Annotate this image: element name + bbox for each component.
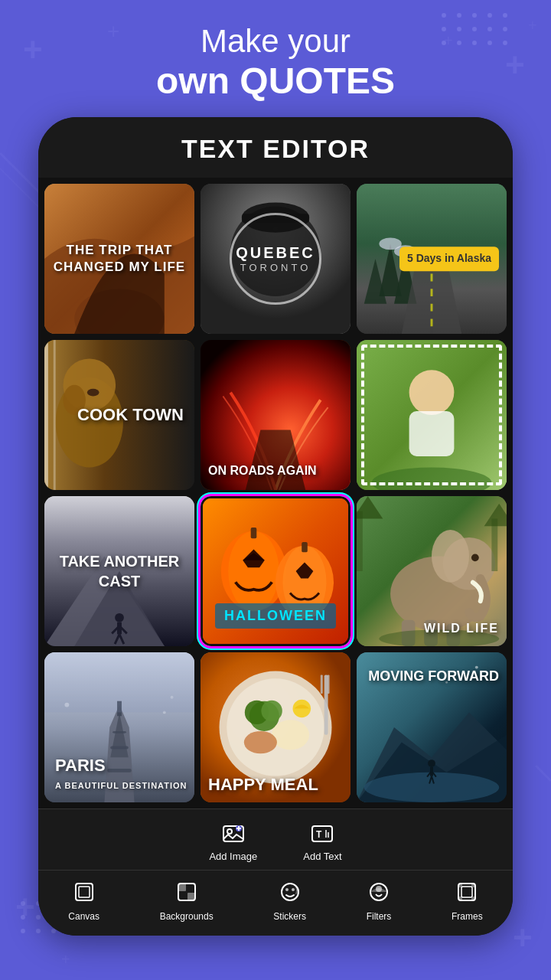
toolbar-backgrounds[interactable]: Backgrounds — [160, 881, 214, 922]
canvas-icon — [73, 881, 95, 908]
svg-rect-98 — [112, 731, 126, 733]
card-meal[interactable]: HAPPY MEAL — [201, 652, 350, 802]
canvas-label: Canvas — [68, 911, 99, 922]
phone-container: TEXT EDITOR THE TRIP THAT CH — [38, 117, 513, 936]
svg-rect-90 — [491, 518, 497, 571]
add-text-icon: T — [308, 820, 336, 848]
svg-rect-152 — [471, 897, 475, 900]
card-child[interactable] — [357, 340, 507, 490]
paris-sub-label: A BEAUTIFUL DESTINATION — [55, 781, 187, 790]
editor-header: TEXT EDITOR — [38, 117, 513, 178]
cards-grid: THE TRIP THAT CHANGED MY LIFE QUEBEC — [38, 178, 513, 808]
toolbar-canvas[interactable]: Canvas — [68, 881, 99, 922]
toolbar-frames[interactable]: Frames — [452, 881, 483, 922]
svg-point-27 — [36, 915, 41, 920]
svg-point-142 — [282, 884, 298, 900]
svg-rect-138 — [79, 887, 90, 897]
svg-rect-97 — [110, 746, 129, 750]
svg-point-143 — [285, 888, 289, 891]
trip-label: THE TRIP THAT CHANGED MY LIFE — [51, 242, 188, 276]
header-line2: own QUOTES — [0, 60, 551, 102]
svg-point-26 — [21, 915, 25, 920]
svg-point-63 — [115, 613, 124, 622]
toolbar-stickers[interactable]: Stickers — [273, 881, 306, 922]
svg-point-23 — [21, 901, 25, 906]
svg-text:T: T — [316, 829, 322, 840]
svg-point-129 — [227, 829, 232, 834]
header: Make your own QUOTES — [0, 0, 551, 117]
backgrounds-icon — [176, 881, 197, 908]
svg-rect-141 — [187, 893, 195, 900]
toronto-label: TORONTO — [240, 262, 311, 273]
add-text-button[interactable]: T Add Text — [303, 820, 341, 862]
cast-label: TAKE ANOTHER CAST — [44, 551, 194, 591]
svg-rect-53 — [44, 340, 48, 490]
header-line1: Make your — [0, 23, 551, 60]
svg-point-71 — [228, 531, 279, 612]
svg-point-30 — [36, 929, 41, 933]
filters-label: Filters — [367, 911, 392, 922]
card-cast[interactable]: TAKE ANOTHER CAST — [44, 496, 194, 646]
paris-label: PARIS — [55, 756, 106, 776]
add-image-label: Add Image — [209, 851, 257, 862]
card-trip-text: THE TRIP THAT CHANGED MY LIFE — [44, 184, 194, 334]
svg-point-83 — [471, 554, 479, 561]
svg-rect-148 — [461, 887, 472, 897]
svg-rect-102 — [44, 652, 194, 712]
add-image-icon — [220, 820, 247, 848]
add-image-button[interactable]: Add Image — [209, 820, 257, 862]
filters-icon — [368, 881, 390, 908]
header-line2-prefix: own — [156, 60, 240, 101]
child-stamp-border — [361, 345, 502, 485]
toolbar-bottom: Canvas Backgrounds — [38, 870, 513, 936]
svg-rect-78 — [302, 542, 308, 552]
moving-label: MOVING FORWARD — [368, 668, 499, 685]
toolbar-filters[interactable]: Filters — [367, 881, 392, 922]
meal-label: HAPPY MEAL — [208, 775, 318, 795]
svg-rect-151 — [458, 897, 462, 900]
frames-label: Frames — [452, 911, 483, 922]
stickers-icon — [279, 881, 301, 908]
card-halloween[interactable]: HALLOWEEN — [201, 496, 350, 646]
svg-text:+: + — [61, 951, 70, 968]
card-trip[interactable]: THE TRIP THAT CHANGED MY LIFE — [44, 184, 194, 334]
svg-rect-150 — [471, 884, 475, 887]
svg-point-146 — [376, 886, 382, 892]
halloween-label: HALLOWEEN — [215, 603, 336, 629]
svg-point-108 — [261, 701, 282, 721]
quebec-label: QUEBEC — [236, 244, 315, 262]
wildlife-label: WILD LIFE — [424, 622, 499, 635]
svg-rect-140 — [178, 884, 186, 891]
card-moving[interactable]: MOVING FORWARD — [357, 652, 507, 802]
stickers-label: Stickers — [273, 911, 306, 922]
card-wildlife[interactable]: WILD LIFE — [357, 496, 507, 646]
svg-point-82 — [432, 530, 469, 583]
card-quebec[interactable]: QUEBEC TORONTO — [201, 184, 350, 334]
svg-rect-112 — [321, 675, 323, 694]
svg-point-52 — [87, 389, 99, 397]
svg-text:+: + — [15, 888, 35, 926]
toolbar-top: Add Image T Add Text — [38, 808, 513, 870]
cook-label: COOK TOWN — [77, 405, 184, 425]
svg-rect-149 — [458, 884, 462, 887]
backgrounds-label: Backgrounds — [160, 911, 214, 922]
svg-point-110 — [244, 731, 277, 753]
svg-rect-54 — [54, 340, 56, 490]
card-cook[interactable]: COOK TOWN — [44, 340, 194, 490]
svg-rect-133 — [312, 826, 332, 841]
svg-point-29 — [21, 929, 25, 933]
card-roads[interactable]: ON ROADS AGAIN — [201, 340, 350, 490]
svg-rect-113 — [328, 675, 330, 694]
svg-rect-96 — [107, 769, 131, 773]
card-alaska[interactable]: 5 Days in Alaska — [357, 184, 507, 334]
alaska-badge: 5 Days in Alaska — [399, 247, 499, 271]
svg-point-109 — [272, 720, 309, 750]
svg-point-144 — [292, 888, 295, 891]
frames-icon — [456, 881, 478, 908]
alaska-label: 5 Days in Alaska — [407, 252, 491, 264]
add-text-label: Add Text — [303, 851, 341, 862]
svg-text:+: + — [513, 919, 533, 956]
card-paris[interactable]: PARIS A BEAUTIFUL DESTINATION — [44, 652, 194, 802]
svg-rect-88 — [357, 511, 363, 571]
header-quotes-bold: QUOTES — [240, 60, 395, 101]
